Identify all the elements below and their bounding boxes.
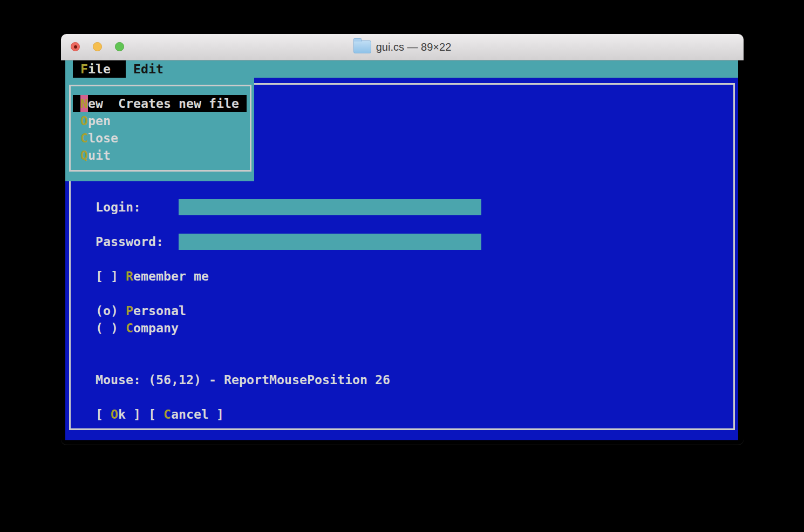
close-button[interactable] — [71, 42, 80, 51]
menu-item-quit-rest: uit — [88, 148, 111, 162]
titlebar: gui.cs — 89×22 — [61, 34, 744, 60]
radio-company[interactable]: ( ) Company — [96, 319, 179, 337]
menu-item-new-hotkey: N — [80, 95, 88, 112]
menu-file-rest: ile — [88, 62, 111, 76]
cancel-button-rest: ancel ] — [171, 407, 224, 421]
menu-item-new-rest: ew — [88, 96, 103, 111]
menu-file-hotkey: F — [80, 62, 88, 76]
cancel-button[interactable]: [ Cancel ] — [148, 406, 224, 423]
radio-company-label: ompany — [133, 320, 179, 335]
login-label: Login: — [96, 199, 141, 216]
login-input[interactable] — [179, 199, 481, 215]
menu-item-open[interactable]: Open — [80, 112, 111, 129]
password-input[interactable] — [179, 234, 481, 250]
radio-personal-hotkey: P — [126, 303, 133, 318]
remember-me-checkbox[interactable]: [ ] Remember me — [96, 268, 209, 285]
radio-personal-label: ersonal — [133, 303, 186, 318]
radio-personal-glyph: (o) — [96, 303, 126, 318]
folder-icon — [353, 40, 371, 53]
radio-personal[interactable]: (o) Personal — [96, 302, 186, 319]
menu-item-new[interactable]: New — [80, 95, 103, 112]
menu-item-quit-hotkey: Q — [80, 148, 88, 162]
menu-item-open-rest: pen — [88, 113, 111, 128]
ok-button[interactable]: [ Ok ] — [96, 406, 141, 423]
menu-item-open-hotkey: O — [80, 113, 88, 128]
window-title: gui.cs — 89×22 — [376, 40, 452, 53]
minimize-button[interactable] — [93, 42, 102, 51]
cancel-button-hotkey: C — [163, 407, 171, 421]
checkbox-label: emember me — [133, 269, 209, 283]
terminal-window: gui.cs — 89×22 File Edit Login: Password… — [61, 34, 744, 445]
mouse-status: Mouse: (56,12) - ReportMousePosition 26 — [96, 371, 390, 388]
radio-company-glyph: ( ) — [96, 320, 126, 335]
menu-bar: File Edit — [65, 60, 738, 78]
menu-item-close[interactable]: Close — [80, 129, 118, 147]
zoom-button[interactable] — [115, 42, 124, 51]
password-label: Password: — [96, 233, 163, 250]
menu-item-close-hotkey: C — [80, 131, 88, 145]
ok-button-hotkey: O — [111, 407, 118, 421]
checkbox-box: [ ] — [96, 269, 126, 283]
tui-screen: File Edit Login: Password: [ ] Remember … — [65, 60, 738, 440]
ok-button-rest: k ] — [118, 407, 141, 421]
checkbox-hotkey: R — [126, 269, 133, 283]
ok-button-bracket: [ — [96, 407, 111, 421]
radio-company-hotkey: C — [126, 320, 133, 335]
file-dropdown-menu: New Creates new file Open Close Quit — [65, 78, 254, 181]
menu-item-new-help: Creates new file — [118, 95, 239, 112]
menu-edit[interactable]: Edit — [133, 60, 163, 78]
menu-item-quit[interactable]: Quit — [80, 147, 111, 164]
menu-file-label[interactable]: File — [80, 60, 111, 78]
cancel-button-bracket: [ — [148, 407, 163, 421]
menu-item-close-rest: lose — [88, 131, 118, 145]
